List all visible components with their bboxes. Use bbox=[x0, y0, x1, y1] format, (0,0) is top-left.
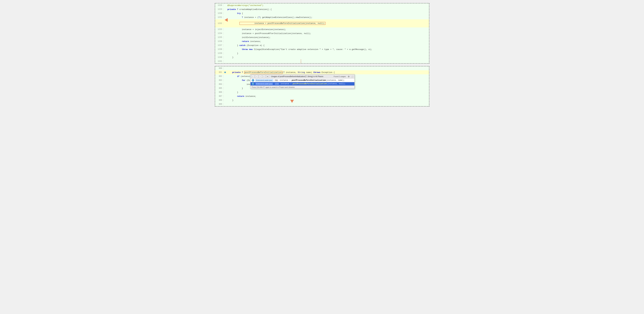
toolbar-back-button[interactable]: ← bbox=[252, 75, 254, 78]
breakpoint-dot bbox=[224, 72, 226, 73]
file-badge: ExtensionLoader.java bbox=[255, 82, 273, 85]
popup-found-label: Found 2 usages bbox=[334, 76, 346, 78]
line-number: 1239 bbox=[215, 52, 224, 55]
line-number: 807 bbox=[215, 95, 224, 98]
line-number: 805 bbox=[215, 87, 224, 90]
line-content: instance = postProcessAfterInitializatio… bbox=[226, 32, 429, 35]
popup-results-list: C ExtensionLoader.java 761 instance = po… bbox=[250, 78, 354, 86]
line-number: 1238 bbox=[215, 48, 224, 51]
popup-title: Usages of postProcessBeforeInitializatio… bbox=[271, 76, 333, 78]
line-gutter bbox=[224, 72, 226, 73]
usage-row-1232[interactable]: C ExtensionLoader.java 1232 instance = p… bbox=[250, 82, 354, 86]
code-line-806: 806 } bbox=[215, 90, 429, 94]
code-line-801: 801 private T postProcessBeforeInitializ… bbox=[215, 70, 429, 74]
line-number: 800 bbox=[215, 67, 224, 70]
line-content: private T createAdaptiveExtension() { bbox=[226, 8, 429, 11]
line-number: 1228 bbox=[215, 4, 224, 7]
usage-row-761[interactable]: C ExtensionLoader.java 761 instance = po… bbox=[250, 78, 354, 82]
line-content: } bbox=[226, 91, 429, 94]
line-number: 1240 bbox=[215, 56, 224, 59]
line-badge: 1232 bbox=[274, 83, 280, 85]
line-number: 804 bbox=[215, 83, 224, 86]
code-line-1232: 1232 instance = postProcessBeforeInitial… bbox=[215, 19, 429, 28]
line-content: } bbox=[226, 99, 429, 102]
line-content: throw new IllegalStateException("Can't c… bbox=[226, 48, 429, 51]
line-number: 806 bbox=[215, 91, 224, 94]
usage-code: instance = postProcessBeforeInitializati… bbox=[280, 79, 344, 81]
toolbar-menu-button[interactable]: m bbox=[266, 75, 269, 78]
code-line-1236: 1236 return instance; bbox=[215, 40, 429, 43]
line-content: return instance; bbox=[226, 95, 429, 98]
code-line-1238: 1238 throw new IllegalStateException("Ca… bbox=[215, 47, 429, 51]
popup-close-icon[interactable]: ⬜ bbox=[351, 75, 354, 78]
code-line-800: 800 bbox=[215, 66, 429, 70]
code-line-1234: 1234 instance = postProcessAfterInitiali… bbox=[215, 32, 429, 36]
line-number: 1232 bbox=[215, 22, 224, 25]
line-content: instance = injectExtension(instance); bbox=[226, 28, 429, 31]
code-line-1228: 1228 @SuppressWarnings("unchecked") bbox=[215, 3, 429, 7]
line-number: 803 bbox=[215, 79, 224, 82]
code-line-1229: 1229 private T createAdaptiveExtension()… bbox=[215, 7, 429, 11]
file-icon: C bbox=[252, 79, 254, 82]
line-number: 808 bbox=[215, 99, 224, 102]
line-content: instance = postProcessBeforeInitializati… bbox=[226, 19, 429, 28]
line-content: initExtension(instance); bbox=[226, 36, 429, 39]
file-icon: C bbox=[252, 82, 254, 85]
code-line-809: 809 bbox=[215, 102, 429, 106]
popup-toolbar: ← → ↑ i m Usages of postProcessBeforeIni… bbox=[250, 74, 354, 78]
line-content bbox=[226, 104, 429, 104]
code-line-1233: 1233 instance = injectExtension(instance… bbox=[215, 28, 429, 32]
line-number: 1233 bbox=[215, 28, 224, 31]
line-number: 1236 bbox=[215, 40, 224, 43]
line-content: } bbox=[226, 56, 429, 59]
popup-footer: Press Ctrl+Alt+F7 again to search in Pro… bbox=[250, 86, 354, 88]
line-content: } catch (Exception e) { bbox=[226, 44, 429, 47]
line-badge: 761 bbox=[274, 79, 278, 81]
toolbar-info-button[interactable]: i bbox=[262, 75, 266, 78]
code-line-1240: 1240 } bbox=[215, 55, 429, 59]
line-number: 1234 bbox=[215, 32, 224, 35]
toolbar-up-button[interactable]: ↑ bbox=[259, 75, 262, 78]
line-content bbox=[226, 68, 429, 69]
line-number: 801 bbox=[215, 71, 224, 74]
code-line-1235: 1235 initExtension(instance); bbox=[215, 36, 429, 40]
line-content: return instance; bbox=[226, 40, 429, 43]
line-number: 809 bbox=[215, 103, 224, 106]
usage-code: instance = postProcessBeforeInitializati… bbox=[280, 83, 346, 85]
code-line-1241: 1241 bbox=[215, 59, 429, 63]
top-code-panel: 1228 @SuppressWarnings("unchecked") 1229… bbox=[215, 3, 429, 64]
line-number: 1230 bbox=[215, 12, 224, 15]
line-content: private T postProcessBeforeInitializatio… bbox=[226, 71, 429, 74]
line-number: 1229 bbox=[215, 8, 224, 11]
code-line-1230: 1230 try { bbox=[215, 11, 429, 15]
line-number: 802 bbox=[215, 75, 224, 78]
top-code-lines: 1228 @SuppressWarnings("unchecked") 1229… bbox=[215, 3, 429, 63]
line-number: 1237 bbox=[215, 44, 224, 47]
toolbar-forward-button[interactable]: → bbox=[255, 75, 258, 78]
line-content: T instance = (T) getAdaptiveExtensionCla… bbox=[226, 16, 429, 19]
code-line-808: 808 } bbox=[215, 98, 429, 102]
code-line-1231: 1231 T instance = (T) getAdaptiveExtensi… bbox=[215, 15, 429, 19]
code-line-1239: 1239 } bbox=[215, 51, 429, 55]
line-content: @SuppressWarnings("unchecked") bbox=[226, 4, 429, 7]
line-content: try { bbox=[226, 12, 429, 15]
code-line-1237: 1237 } catch (Exception e) { bbox=[215, 43, 429, 47]
popup-settings-icon[interactable]: ⚙ bbox=[347, 75, 350, 78]
line-number: 1231 bbox=[215, 16, 224, 19]
usages-popup: ← → ↑ i m Usages of postProcessBeforeIni… bbox=[250, 74, 354, 89]
line-number: 1241 bbox=[215, 60, 224, 63]
screenshot-container: 1228 @SuppressWarnings("unchecked") 1229… bbox=[215, 3, 429, 106]
line-content bbox=[226, 61, 429, 62]
code-line-807: 807 return instance; bbox=[215, 94, 429, 98]
file-badge: ExtensionLoader.java bbox=[255, 79, 273, 82]
line-content: } bbox=[226, 52, 429, 55]
line-number: 1235 bbox=[215, 36, 224, 39]
bottom-code-panel: 800 801 private T postProcessBeforeIniti… bbox=[215, 66, 429, 106]
